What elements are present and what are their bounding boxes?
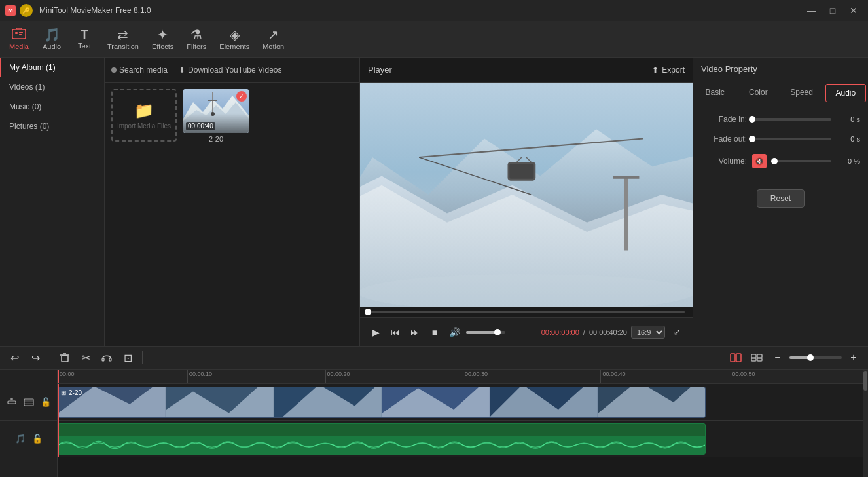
fade-in-slider[interactable] (752, 118, 831, 121)
media-label: Media (9, 43, 29, 50)
undo-button[interactable]: ↩ (5, 349, 24, 367)
fade-out-slider[interactable] (752, 138, 831, 140)
frame-3 (274, 387, 382, 417)
app-title: MiniTool MovieMaker Free 8.1.0 (39, 6, 151, 15)
media-toolbar: Search media ⬇ Download YouTube Videos (105, 58, 359, 83)
search-label: Search media (119, 66, 168, 75)
export-button[interactable]: ⬆ Export (652, 66, 685, 75)
svg-rect-33 (757, 358, 762, 361)
audio-waveform (58, 436, 705, 454)
export-icon: ⬆ (652, 66, 659, 75)
import-media-box[interactable]: 📁 Import Media Files (111, 89, 177, 142)
playhead (58, 384, 59, 457)
frame-6 (598, 387, 706, 417)
volume-button[interactable]: 🔊 (446, 324, 462, 340)
thumb-image: 00:00:40 ✓ (183, 89, 249, 133)
audio-clip[interactable] (58, 423, 706, 455)
delete-button[interactable] (56, 349, 74, 367)
fade-out-label: Fade out: (701, 134, 747, 143)
lock-video-track[interactable]: 🔓 (39, 395, 53, 410)
zoom-slider[interactable] (789, 356, 842, 359)
playhead-ruler (58, 370, 59, 383)
fullscreen-button[interactable]: ⤢ (669, 324, 685, 340)
tab-audio[interactable]: Audio (825, 84, 866, 102)
player-area: Player ⬆ Export (360, 58, 693, 346)
toolbar-motion[interactable]: ↗ Motion (256, 26, 291, 53)
tab-speed[interactable]: Speed (782, 84, 822, 102)
volume-slider[interactable] (466, 331, 505, 334)
tab-basic[interactable]: Basic (695, 84, 734, 102)
reset-button[interactable]: Reset (757, 189, 805, 208)
toolbar-media[interactable]: Media (3, 25, 35, 53)
fade-in-label: Fade in: (701, 115, 747, 124)
maximize-button[interactable]: □ (823, 3, 842, 18)
toolbar-sep-1 (50, 351, 50, 364)
svg-rect-32 (757, 354, 762, 358)
split-audio-toggle[interactable] (748, 349, 766, 367)
minimize-button[interactable]: — (803, 3, 821, 18)
toolbar-audio[interactable]: 🎵 Audio (35, 26, 68, 53)
toolbar-elements[interactable]: ◈ Elements (213, 26, 256, 53)
cut-button[interactable]: ✂ (77, 349, 95, 367)
titlebar-controls: — □ ✕ (803, 3, 863, 18)
thumb-duration: 00:00:40 (186, 122, 215, 130)
timeline-tracks: ⊞ 2-20 (58, 384, 868, 457)
volume-row: Volume: 🔇 0 % (701, 154, 860, 168)
ruler-marks-container: 00:00 00:00:10 00:00:20 00:00:30 00:00:4… (58, 370, 868, 383)
fade-in-value: 0 s (837, 115, 860, 123)
svg-rect-26 (102, 358, 104, 361)
headphone-button[interactable] (98, 349, 116, 367)
fade-out-handle (749, 136, 755, 142)
toolbar-filters[interactable]: ⚗ Filters (180, 26, 213, 53)
toolbar-effects[interactable]: ✦ Effects (145, 26, 180, 53)
frame-4 (382, 387, 490, 417)
search-dot (111, 67, 117, 73)
audio-label: Audio (43, 43, 61, 50)
aspect-ratio-select[interactable]: 16:9 4:3 1:1 9:16 (631, 326, 665, 339)
tab-color[interactable]: Color (738, 84, 778, 102)
frame-5 (490, 387, 598, 417)
svg-rect-29 (736, 354, 741, 362)
download-youtube-button[interactable]: ⬇ Download YouTube Videos (179, 66, 281, 75)
audio-track[interactable] (58, 421, 868, 457)
timeline-scrollbar[interactable] (863, 370, 868, 477)
lock-audio-track[interactable]: 🔓 (30, 432, 45, 446)
progress-bar[interactable] (368, 311, 685, 313)
sidebar-item-music[interactable]: Music (0) (0, 97, 104, 117)
sidebar-item-videos[interactable]: Videos (1) (0, 77, 104, 97)
sidebar-item-album[interactable]: My Album (1) (0, 58, 104, 77)
search-media-button[interactable]: Search media (111, 66, 168, 75)
mute-button[interactable]: 🔇 (752, 154, 767, 168)
toolbar-text[interactable]: T Text (68, 26, 101, 52)
export-label: Export (662, 66, 685, 75)
redo-button[interactable]: ↪ (26, 349, 45, 367)
toolbar-transition[interactable]: ⇄ Transition (101, 26, 145, 53)
play-button[interactable]: ▶ (368, 324, 384, 340)
volume-prop-handle (771, 158, 778, 164)
titlebar: M 🔑 MiniTool MovieMaker Free 8.1.0 — □ ✕ (0, 0, 868, 21)
svg-rect-21 (613, 176, 640, 179)
zoom-in-button[interactable]: + (844, 349, 863, 367)
volume-value: 0 % (837, 157, 860, 165)
add-video-track[interactable] (5, 395, 19, 410)
stop-button[interactable]: ■ (427, 324, 443, 340)
next-button[interactable]: ⏭ (407, 324, 423, 340)
media-panel: Search media ⬇ Download YouTube Videos 📁… (105, 58, 360, 346)
zoom-out-button[interactable]: − (769, 349, 787, 367)
right-panel-content: Fade in: 0 s Fade out: 0 s Volume: 🔇 (693, 105, 868, 217)
close-button[interactable]: ✕ (844, 3, 863, 18)
crop-button[interactable]: ⊡ (118, 349, 137, 367)
video-clip[interactable]: ⊞ 2-20 (58, 387, 706, 418)
volume-prop-slider[interactable] (774, 160, 831, 162)
prev-button[interactable]: ⏮ (388, 324, 403, 340)
video-track[interactable]: ⊞ 2-20 (58, 384, 868, 421)
media-thumbnail-2-20[interactable]: 00:00:40 ✓ 2-20 (183, 89, 249, 143)
ruler-mark-2: 00:00:20 (325, 370, 350, 383)
sidebar-item-pictures[interactable]: Pictures (0) (0, 117, 104, 136)
video-track-icon (22, 395, 36, 410)
snap-toggle[interactable] (727, 349, 745, 367)
ruler-mark-1: 00:00:10 (187, 370, 212, 383)
fade-out-row: Fade out: 0 s (701, 134, 860, 143)
titlebar-icon: 🔑 (20, 4, 33, 17)
ruler-mark-4: 00:00:40 (600, 370, 625, 383)
